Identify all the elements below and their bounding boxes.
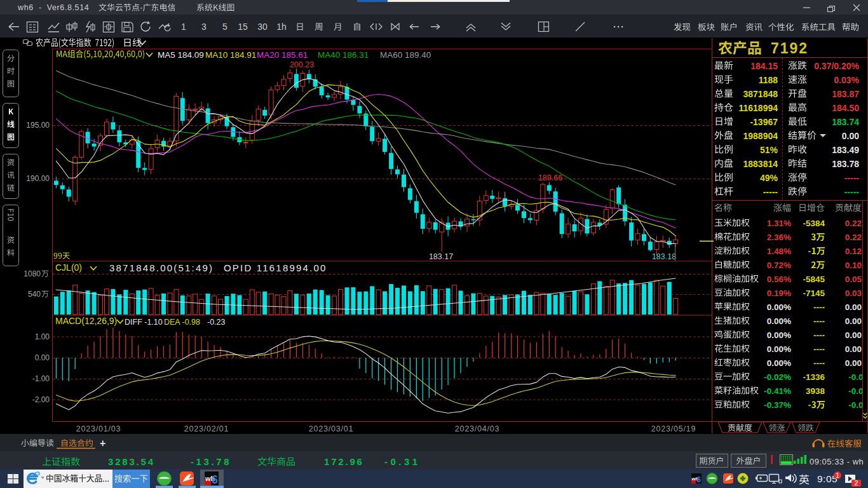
svg-text:OPID 11618994.00: OPID 11618994.00 [224,262,327,273]
svg-text:0.22: 0.22 [845,219,862,228]
svg-text:0.00: 0.00 [845,330,862,340]
svg-text:2023/02/01: 2023/02/01 [184,424,229,433]
svg-text:-----: ----- [763,187,778,197]
svg-text:2023/01/03: 2023/01/03 [76,424,121,433]
svg-text:0.19%: 0.19% [767,288,791,298]
svg-text:1.31%: 1.31% [767,219,791,228]
svg-text:MA5 184.09: MA5 184.09 [158,50,204,60]
svg-text:-2.00: -2.00 [32,395,50,404]
svg-text:2023/05/19: 2023/05/19 [651,424,696,433]
svg-text:-----: ----- [844,173,860,183]
svg-text:5: 5 [222,22,227,32]
svg-text:-0.02%: -0.02% [764,372,791,382]
svg-text:09:05:33 - wh: 09:05:33 - wh [810,457,864,466]
svg-text:15: 15 [238,22,248,32]
svg-text:1.00: 1.00 [35,332,50,341]
svg-text:0.56%: 0.56% [767,274,791,284]
svg-text:1.48%: 1.48% [767,247,791,256]
svg-text:MACD(12,26,9): MACD(12,26,9) [55,316,117,326]
svg-text:-0.37%: -0.37% [764,400,791,410]
svg-text:183.18: 183.18 [652,252,676,261]
svg-text:1883814: 1883814 [743,159,778,169]
svg-text:0.00: 0.00 [845,316,862,326]
svg-text:3938: 3938 [806,386,825,396]
svg-text:1988904: 1988904 [743,131,778,141]
svg-text:-13.78: -13.78 [191,456,231,467]
svg-text:0.00: 0.00 [35,353,50,362]
svg-text:0.00%: 0.00% [767,330,791,340]
svg-text:+: + [100,438,105,449]
svg-text:-0.31: -0.31 [384,456,421,467]
svg-text:-7145: -7145 [803,288,825,298]
svg-text:2023/04/03: 2023/04/03 [455,424,500,433]
svg-text:6: 6 [212,473,218,486]
svg-text:189.66: 189.66 [538,173,562,182]
svg-text:2: 2 [855,479,858,487]
svg-text:----: ---- [813,316,825,326]
svg-text:DEA -0.98: DEA -0.98 [164,318,200,327]
svg-text:184.50: 184.50 [832,103,859,113]
svg-text:190.00: 190.00 [26,174,50,183]
svg-text:172.96: 172.96 [324,456,364,467]
svg-text:0.10: 0.10 [845,261,862,270]
svg-text:CJL(0): CJL(0) [55,262,82,273]
svg-text:1188: 1188 [759,75,778,85]
svg-text:3: 3 [201,22,207,32]
svg-text:184.15: 184.15 [750,61,778,71]
svg-text:183.17: 183.17 [429,252,453,261]
svg-text:183.49: 183.49 [832,145,859,155]
svg-text:0.00: 0.00 [845,302,862,312]
svg-text:0.00%: 0.00% [767,302,791,312]
svg-text:1: 1 [836,472,839,479]
svg-text:2.36%: 2.36% [767,233,791,242]
svg-text:0.37/0.20%: 0.37/0.20% [814,61,859,71]
svg-text:183.74: 183.74 [832,117,859,127]
svg-text:1h: 1h [276,22,287,32]
svg-text:0.22: 0.22 [845,233,862,242]
svg-text:0.00: 0.00 [845,358,862,368]
svg-text:-0.41%: -0.41% [764,386,791,396]
svg-text:11618994: 11618994 [738,103,778,113]
svg-text:0.00: 0.00 [842,131,859,141]
svg-text:0.00: 0.00 [845,344,862,354]
svg-text:DIFF -1.10: DIFF -1.10 [125,318,163,327]
svg-text:183.87: 183.87 [832,89,859,99]
svg-text:1: 1 [181,22,186,32]
svg-text:540: 540 [28,290,41,299]
svg-text:-5384: -5384 [803,219,825,228]
svg-text:183.78: 183.78 [832,159,859,169]
svg-text:MA60 189.40: MA60 189.40 [380,50,431,60]
svg-text:-13967: -13967 [750,117,778,127]
svg-text:3283.54: 3283.54 [108,456,155,467]
svg-text:-0.23: -0.23 [207,318,226,327]
svg-text:wh6 - Ver6.8.514: wh6 - Ver6.8.514 [17,3,89,12]
svg-text:-----: ----- [844,187,860,197]
svg-text:----: ---- [813,302,825,312]
svg-text:3871848.00(51:49): 3871848.00(51:49) [109,262,214,273]
svg-text:7192: 7192 [771,40,808,57]
svg-text:0.00%: 0.00% [767,358,791,368]
svg-text:30: 30 [257,22,268,32]
svg-text:6: 6 [696,475,701,484]
svg-text:MA40 186.31: MA40 186.31 [318,50,369,60]
svg-text:----: ---- [813,358,825,368]
svg-text:1080: 1080 [24,269,41,278]
svg-text:----: ---- [813,330,825,340]
svg-text:0.05: 0.05 [845,274,862,284]
svg-text:0.12: 0.12 [845,247,862,256]
svg-text:0.72%: 0.72% [767,261,791,270]
svg-text:2023/03/01: 2023/03/01 [309,424,354,433]
svg-text:-1.00: -1.00 [32,374,50,383]
svg-text:0.00%: 0.00% [767,344,791,354]
svg-text:----: ---- [813,344,825,354]
svg-text:-1336: -1336 [803,372,825,382]
svg-text:0.03%: 0.03% [834,75,859,85]
svg-text:0.00%: 0.00% [767,316,791,326]
svg-text:51%: 51% [760,145,778,155]
svg-text:200.23: 200.23 [290,60,314,69]
svg-text:49%: 49% [760,173,778,183]
svg-text:MA10 184.91: MA10 184.91 [205,50,256,60]
svg-text:-5845: -5845 [803,274,825,284]
svg-text:195.00: 195.00 [26,121,50,130]
svg-text:MA20 185.61: MA20 185.61 [257,50,308,60]
